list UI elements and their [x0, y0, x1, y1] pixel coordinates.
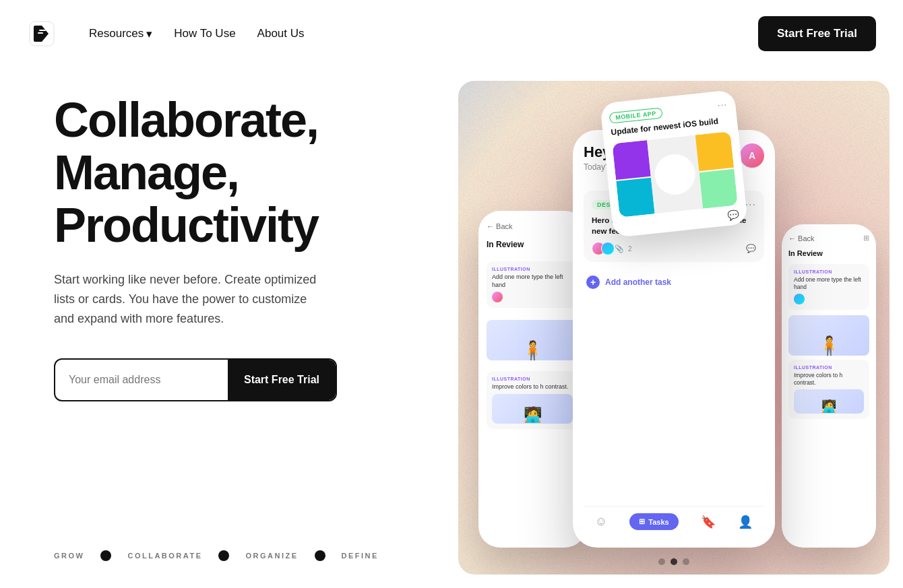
right-back-label: ← Back [788, 234, 815, 242]
smiley-icon[interactable]: ☺ [595, 515, 607, 529]
nav-resources[interactable]: Resources ▾ [89, 27, 152, 41]
art-green [699, 168, 738, 208]
right-art-2: 🧑‍💻 [794, 389, 864, 414]
task-dots: ··· [745, 199, 756, 211]
email-form: Start Free Trial [54, 358, 337, 401]
carousel-dots [658, 558, 689, 565]
email-input[interactable] [55, 360, 228, 400]
tasks-nav-item[interactable]: ⊞ Tasks [629, 513, 678, 530]
person-icon[interactable]: 👤 [738, 515, 753, 529]
form-start-free-trial-button[interactable]: Start Free Trial [228, 360, 336, 400]
marquee-item: COLLABORATE [127, 552, 202, 560]
bookmark-icon[interactable]: 🔖 [701, 515, 716, 529]
avatar-stack [592, 242, 611, 255]
logo-icon[interactable] [27, 19, 57, 48]
illustration-tag: ILLUSTRATION [794, 269, 864, 274]
illustration-art-2: 🧑‍💻 [492, 394, 573, 424]
nav-how-to-use[interactable]: How To Use [174, 27, 235, 40]
art-yellow [695, 131, 734, 171]
hero-subtext: Start working like never before. Create … [54, 270, 323, 328]
illustration-figure-1: 🧍 [521, 341, 544, 360]
right-phone-item-2: ILLUSTRATION Improve colors to h contras… [788, 360, 869, 419]
illustration-text-1: Add one more type the left hand [492, 273, 573, 289]
phone-user-avatar: A [740, 143, 764, 168]
add-circle-icon: + [586, 275, 600, 289]
art-circle-wrap [647, 135, 703, 214]
dot-1[interactable] [658, 558, 665, 565]
left-phone-art: 🧍 [487, 320, 578, 360]
avatar-b [601, 242, 615, 255]
illustration-figure-2: 🧑‍💻 [524, 406, 542, 424]
back-label: ← Back [487, 222, 513, 230]
illustration-tag-2: ILLUSTRATION [492, 377, 573, 381]
right-avatar-1 [794, 294, 805, 304]
marquee-separator [218, 550, 229, 561]
task-card-tag: MOBILE APP [609, 107, 663, 123]
left-phone-task-item: ILLUSTRATION Add one more type the left … [487, 261, 578, 308]
right-phone-item-1: ILLUSTRATION Add one more type the left … [788, 264, 869, 310]
illustration-tag-1: ILLUSTRATION [492, 267, 573, 271]
chevron-icon: ▾ [146, 27, 152, 41]
tasks-grid-icon: ⊞ [639, 517, 645, 526]
nav-start-free-trial-button[interactable]: Start Free Trial [758, 16, 876, 51]
paperclip-icon: 📎 [615, 244, 624, 253]
task-footer: 📎 2 💬 [592, 242, 756, 255]
attachment-count: 2 [628, 245, 632, 253]
dot-2[interactable] [671, 558, 677, 565]
left-phone-task-item-2: ILLUSTRATION Improve colors to h contras… [487, 371, 578, 429]
phone-bottom-nav: ☺ ⊞ Tasks 🔖 👤 [584, 506, 764, 534]
dot-3[interactable] [683, 558, 689, 565]
phone-right: ← Back ⊞ In Review ILLUSTRATION Add one … [782, 224, 876, 548]
marquee-separator [315, 550, 325, 561]
svg-rect-2 [39, 30, 46, 31]
floating-task-card: MOBILE APP Update for newest iOS build ·… [600, 90, 748, 238]
in-review-label: In Review [487, 240, 578, 249]
svg-rect-3 [38, 32, 43, 34]
illustration-tag-2: ILLUSTRATION [794, 365, 864, 370]
phone-left: ← Back ⊞ In Review ILLUSTRATION Add one … [478, 211, 586, 548]
add-task-label: Add another task [605, 277, 671, 287]
illustration-text-2: Improve colors to h contrast. [492, 383, 573, 391]
phone-mockups: ← Back ⊞ In Review ILLUSTRATION Add one … [485, 81, 863, 548]
chat-icon-task: 💬 [746, 244, 756, 253]
hero-heading: Collaborate, Manage, Productivity [54, 94, 418, 251]
right-menu-icon: ⊞ [863, 234, 869, 242]
hero-illustration: ← Back ⊞ In Review ILLUSTRATION Add one … [458, 81, 890, 575]
hero-section: Collaborate, Manage, Productivity Start … [0, 67, 458, 588]
right-figure-1: 🧍 [817, 337, 841, 356]
right-in-review: In Review [788, 249, 869, 257]
marquee-separator [100, 550, 111, 561]
marquee-item: GROW [54, 552, 84, 560]
task-card-art [612, 131, 738, 218]
main-content: Collaborate, Manage, Productivity Start … [0, 67, 903, 588]
right-figure-2: 🧑‍💻 [821, 399, 836, 414]
right-art-1: 🧍 [788, 315, 869, 356]
navigation: Resources ▾ How To Use About Us Start Fr… [0, 0, 903, 67]
right-phone-header: ← Back ⊞ [788, 234, 869, 242]
art-purple [612, 140, 650, 180]
add-another-task-button[interactable]: + Add another task [584, 269, 764, 289]
art-cyan [616, 177, 654, 217]
marquee-item: DEFINE [342, 552, 379, 560]
avatar-1 [492, 292, 503, 302]
art-circle [653, 152, 697, 197]
nav-about-us[interactable]: About Us [257, 27, 305, 40]
dots-icon: ··· [717, 98, 728, 110]
marquee: GROW COLLABORATE ORGANIZE DEFINE [54, 550, 418, 561]
task-card-menu: ··· [717, 98, 728, 110]
marquee-item: ORGANIZE [245, 552, 298, 560]
illustration-item-text-2: Improve colors to h contrast. [794, 372, 864, 387]
illustration-item-text: Add one more type the left hand [794, 276, 864, 291]
chat-icon: 💬 [727, 209, 740, 221]
